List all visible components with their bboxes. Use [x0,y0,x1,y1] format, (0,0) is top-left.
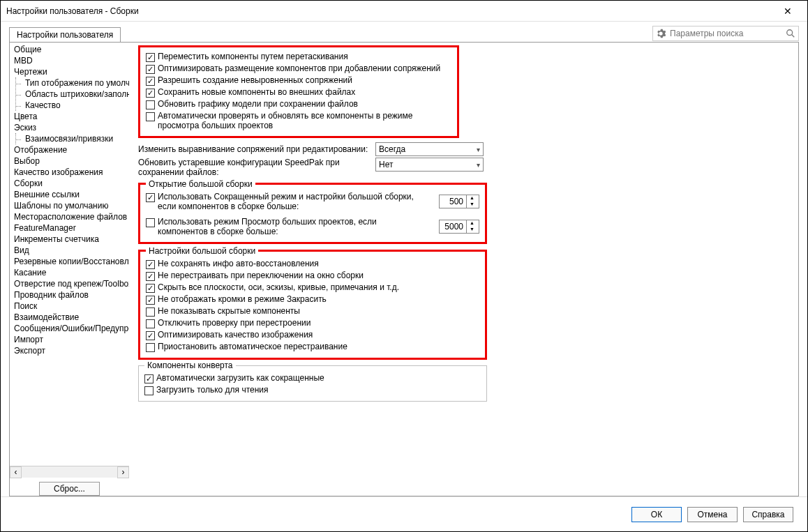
tree-item[interactable]: Эскиз [11,122,129,133]
group-title: Компоненты конверта [144,360,236,370]
checkbox[interactable] [146,112,155,121]
reset-button[interactable]: Сброс... [39,482,100,496]
spin-up-icon[interactable]: ▲ [467,220,477,227]
checkbox-label: Не показывать скрытые компоненты [158,306,300,316]
tree-item[interactable]: Отверстие под крепеж/Toolbox [11,278,129,289]
checkbox[interactable] [146,53,155,62]
window-title: Настройки пользователя - Сборки [6,6,774,16]
tree-item[interactable]: Сборки [11,178,129,189]
checkbox[interactable] [144,374,154,383]
tree-item[interactable]: Резервные копии/Восстановление [11,256,129,267]
spin-down-icon[interactable]: ▼ [467,202,477,208]
checkbox[interactable] [146,307,155,317]
checkbox-label: Загрузить только для чтения [156,385,269,395]
dd-value: Нет [379,160,393,169]
tree-item[interactable]: Экспорт [11,345,129,356]
checkbox-label: Оптимизировать размещение компонентов пр… [158,63,440,73]
svg-point-0 [787,30,793,36]
tree-item[interactable]: Область штриховки/заполнения [22,89,129,100]
checkbox[interactable] [146,331,155,340]
checkbox[interactable] [144,386,154,395]
tree-item[interactable]: Шаблоны по умолчанию [11,200,129,211]
tree-item[interactable]: Проводник файлов [11,289,129,301]
tree-item[interactable]: MBD [11,55,129,66]
dd1-label: Изменить выравнивание сопряжений при ред… [138,144,375,154]
tree-item[interactable]: Цвета [11,111,129,122]
tree-item[interactable]: Вид [11,245,129,256]
footer: ОК Отмена Справка [1,496,807,531]
sidebar: Общие MBD Чертежи Тип отображения по умо… [10,43,130,496]
scroll-right-icon[interactable]: › [117,466,129,478]
checkbox[interactable] [146,319,155,328]
group-title: Открытие большой сборки [146,179,255,189]
label: Использовать Сокращенный режим и настрой… [158,192,414,202]
checkbox[interactable] [146,65,155,74]
checkbox[interactable] [146,296,155,305]
tree-item[interactable]: Месторасположение файлов [11,211,129,222]
checkbox-label: Переместить компоненты путем перетаскива… [158,52,348,61]
tab-user-settings[interactable]: Настройки пользователя [9,27,121,42]
checkbox-label: Не отображать кромки в режиме Закрасить [158,294,327,304]
tree-item[interactable]: Выбор [11,155,129,167]
help-button[interactable]: Справка [743,507,793,522]
tree-item[interactable]: Взаимодействие [11,312,129,323]
checkbox[interactable] [146,100,155,109]
tree-item[interactable]: Импорт [11,334,129,345]
highlight-box-top: Переместить компоненты путем перетаскива… [138,45,459,138]
chevron-down-icon: ▾ [477,161,480,169]
spinner-input[interactable] [440,221,466,232]
group-envelope: Компоненты конверта Автоматически загруз… [138,365,487,402]
tree-item[interactable]: Отображение [11,144,129,155]
checkbox-label: Автоматически загрузить как сокращенные [156,373,324,383]
checkbox-label: Обновить графику модели при сохранении ф… [158,99,358,109]
checkbox[interactable] [146,284,155,293]
checkbox[interactable] [146,77,155,86]
spinner-input[interactable] [440,196,466,207]
tree-item[interactable]: Общие [11,44,129,55]
spin-down-icon[interactable]: ▼ [467,227,477,233]
tree-item[interactable]: Тип отображения по умолчанию [22,77,129,89]
search-icon[interactable] [786,29,795,38]
search-input[interactable] [668,28,783,39]
spinner-lightweight[interactable]: ▲▼ [439,195,479,208]
tree-item[interactable]: Качество [22,100,129,111]
tree-item[interactable]: Касание [11,267,129,278]
dd2-label: Обновить устаревшие конфигурации SpeedPa… [138,158,375,177]
tree-item[interactable]: Поиск [11,301,129,312]
scroll-left-icon[interactable]: ‹ [10,466,22,478]
spinner-ldr[interactable]: ▲▼ [439,220,479,234]
checkbox-label: Автоматически проверять и обновлять все … [158,111,451,130]
checkbox[interactable] [146,193,155,202]
label: Использовать режим Просмотр больших прое… [158,217,395,236]
tree-item[interactable]: Чертежи [11,66,129,77]
tree-item[interactable]: Качество изображения [11,167,129,178]
checkbox-label: Разрешить создание невыровненных сопряже… [158,75,352,85]
group-large-settings: Настройки большой сборки Не сохранять ин… [138,250,487,360]
search-box[interactable] [652,26,799,41]
svg-line-1 [792,35,795,38]
titlebar: Настройки пользователя - Сборки ✕ [1,1,807,22]
checkbox[interactable] [146,89,155,98]
group-title: Настройки большой сборки [146,246,258,256]
tree-item[interactable]: Инкременты счетчика [11,234,129,245]
dd-speedpak[interactable]: Нет ▾ [375,158,484,172]
tree-item[interactable]: Взаимосвязи/привязки [22,133,129,144]
checkbox[interactable] [146,260,155,269]
tree-item[interactable]: Внешние ссылки [11,189,129,200]
nav-tree[interactable]: Общие MBD Чертежи Тип отображения по умо… [10,43,129,466]
checkbox-label: Скрыть все плоскости, оси, эскизы, кривы… [158,282,399,292]
sidebar-hscroll[interactable]: ‹ › [10,466,129,478]
ok-button[interactable]: ОК [631,507,682,522]
dd-value: Всегда [379,144,405,154]
spin-up-icon[interactable]: ▲ [467,195,477,202]
tree-item[interactable]: Сообщения/Ошибки/Предупреждения [11,323,129,334]
close-icon[interactable]: ✕ [774,6,802,17]
tree-item[interactable]: FeatureManager [11,222,129,234]
checkbox[interactable] [146,218,155,227]
dd-mate-align[interactable]: Всегда ▾ [375,142,484,156]
checkbox[interactable] [146,272,155,281]
checkbox-label: Не перестраивать при переключении на окн… [158,271,364,280]
checkbox[interactable] [146,343,155,352]
chevron-down-icon: ▾ [477,146,480,153]
cancel-button[interactable]: Отмена [687,507,738,522]
